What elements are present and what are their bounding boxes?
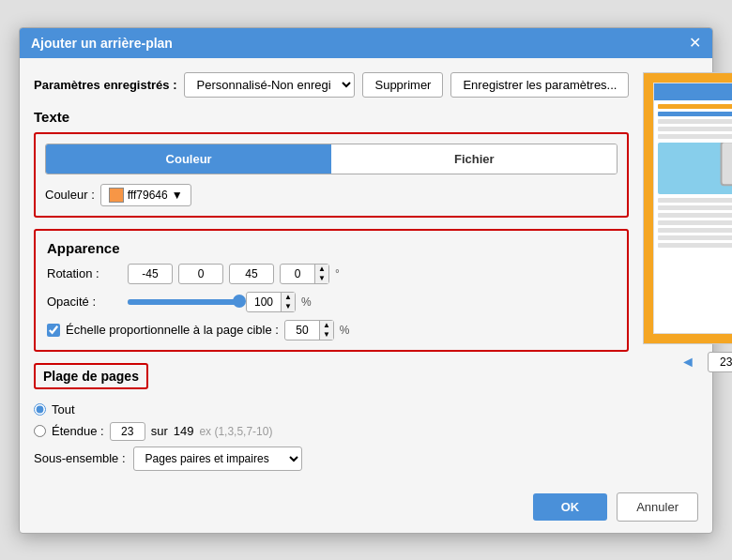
params-label: Paramètres enregistrés : [34, 78, 176, 92]
dialog-title: Ajouter un arrière-plan [31, 36, 173, 51]
opacity-slider-thumb[interactable] [233, 295, 246, 308]
total-pages: 149 [174, 424, 194, 438]
preview-header [654, 83, 732, 100]
tout-label: Tout [52, 402, 75, 416]
preview-content-area [653, 83, 732, 334]
rotation-input-45[interactable] [229, 264, 274, 284]
opacite-label: Opacité : [47, 295, 122, 309]
preview-line-9 [658, 220, 732, 225]
left-panel: Paramètres enregistrés : Personnalisé-No… [34, 72, 629, 471]
opacite-spinner-arrows: ▲ ▼ [281, 293, 295, 311]
preview-img-area [658, 143, 732, 194]
prev-page-button[interactable]: ◄ [676, 352, 700, 372]
apparence-red-border: Apparence Rotation : ▲ ▼ [34, 229, 629, 352]
color-row: Couleur : fff79646 ▼ [45, 184, 618, 206]
dialog: Ajouter un arrière-plan ✕ Paramètres enr… [19, 27, 713, 534]
tout-row: Tout [34, 402, 629, 416]
preview-line-11 [658, 235, 732, 240]
etendue-label: Étendue : [52, 424, 104, 438]
preview-line-1 [658, 104, 732, 109]
preview-container [643, 72, 732, 344]
echelle-down-arrow[interactable]: ▼ [320, 330, 333, 340]
rotation-spinner-input[interactable] [281, 265, 314, 282]
echelle-unit: % [340, 324, 350, 337]
supprimer-button[interactable]: Supprimer [362, 72, 443, 98]
rotation-down-arrow[interactable]: ▼ [315, 274, 328, 283]
color-swatch-preview [109, 188, 124, 203]
subset-row: Sous-ensemble : Pages paires et impaires [34, 446, 629, 471]
page-number-input[interactable] [708, 352, 732, 372]
color-value: fff79646 [128, 189, 168, 202]
dialog-title-bar: Ajouter un arrière-plan ✕ [20, 28, 712, 58]
rotation-row: Rotation : ▲ ▼ ° [47, 264, 616, 284]
etendue-input[interactable] [110, 422, 145, 441]
sous-ensemble-label: Sous-ensemble : [34, 451, 126, 465]
apparence-section: Apparence Rotation : ▲ ▼ [34, 229, 629, 352]
etendue-radio[interactable] [34, 425, 46, 437]
apparence-label: Apparence [47, 240, 616, 256]
params-row: Paramètres enregistrés : Personnalisé-No… [34, 72, 629, 98]
preview-line-12 [658, 243, 732, 248]
tab-row: Couleur Fichier [45, 144, 618, 174]
rotation-input-neg45[interactable] [128, 264, 173, 284]
params-select[interactable]: Personnalisé-Non enregi [184, 72, 355, 98]
etendue-row: Étendue : sur 149 ex (1,3,5,7-10) [34, 422, 629, 441]
echelle-row: Échelle proportionnelle à la page cible … [47, 320, 616, 341]
example-text: ex (1,3,5,7-10) [199, 425, 272, 438]
nav-row: ◄ / 149 ► [676, 352, 732, 372]
preview-tablet [721, 143, 732, 187]
texte-red-border: Couleur Fichier Couleur : fff79646 ▼ [34, 132, 629, 218]
cancel-button[interactable]: Annuler [617, 492, 698, 522]
rotation-input-0[interactable] [178, 264, 223, 284]
echelle-spinner-input[interactable] [285, 322, 319, 339]
preview-line-3 [658, 119, 732, 124]
preview-line-4 [658, 127, 732, 131]
enregistrer-button[interactable]: Enregistrer les paramètres... [450, 72, 629, 98]
pages-label-border: Plage de pages [34, 363, 148, 389]
right-panel: ◄ / 149 ► [643, 72, 732, 471]
preview-body [654, 100, 732, 254]
rotation-spinner-arrows: ▲ ▼ [314, 265, 328, 283]
preview-line-6 [658, 198, 732, 203]
pages-section: Plage de pages Tout Étendue : sur 149 ex… [34, 363, 629, 471]
rotation-spinner: ▲ ▼ [280, 264, 329, 284]
rotation-up-arrow[interactable]: ▲ [315, 265, 328, 274]
opacite-up-arrow[interactable]: ▲ [282, 293, 295, 302]
texte-label: Texte [34, 109, 629, 125]
tout-radio[interactable] [34, 403, 46, 416]
opacite-spinner-input[interactable] [247, 294, 281, 310]
preview-line-2 [658, 112, 732, 116]
tab-fichier[interactable]: Fichier [331, 144, 617, 174]
dialog-footer: OK Annuler [20, 485, 712, 533]
echelle-checkbox[interactable] [47, 324, 60, 337]
dialog-body: Paramètres enregistrés : Personnalisé-No… [20, 58, 712, 485]
opacity-slider-track[interactable] [128, 299, 240, 305]
echelle-up-arrow[interactable]: ▲ [320, 321, 333, 330]
opacity-slider-fill [128, 299, 240, 305]
preview-line-8 [658, 213, 732, 218]
opacite-row: Opacité : ▲ ▼ % [47, 292, 616, 312]
preview-line-7 [658, 205, 732, 210]
close-button[interactable]: ✕ [689, 36, 701, 51]
page-input-wrap: / 149 [708, 352, 732, 372]
echelle-label: Échelle proportionnelle à la page cible … [66, 323, 279, 337]
echelle-spinner: ▲ ▼ [284, 320, 334, 341]
opacite-down-arrow[interactable]: ▼ [282, 302, 295, 311]
color-swatch-button[interactable]: fff79646 ▼ [100, 184, 191, 206]
opacite-unit: % [301, 295, 312, 309]
rotation-label: Rotation : [47, 266, 122, 280]
texte-section: Texte Couleur Fichier Couleur : fff79646… [34, 109, 629, 218]
tab-couleur[interactable]: Couleur [46, 144, 331, 174]
couleur-label: Couleur : [45, 188, 95, 202]
opacite-spinner: ▲ ▼ [246, 292, 296, 312]
echelle-spinner-arrows: ▲ ▼ [319, 321, 333, 340]
rotation-unit: ° [335, 267, 340, 280]
sur-label: sur [151, 424, 168, 438]
pages-label: Plage de pages [43, 369, 139, 384]
color-dropdown-icon: ▼ [172, 189, 183, 202]
preview-line-10 [658, 228, 732, 233]
sous-ensemble-select[interactable]: Pages paires et impaires [133, 446, 302, 471]
ok-button[interactable]: OK [533, 493, 608, 521]
preview-line-5 [658, 134, 732, 139]
